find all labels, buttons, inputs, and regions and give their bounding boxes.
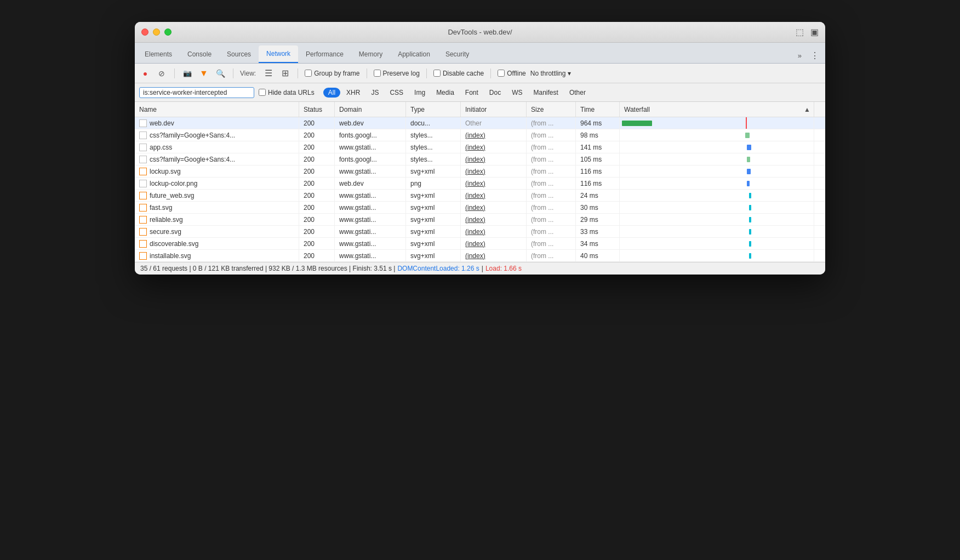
td-time: 40 ms (576, 250, 620, 261)
td-status: 200 (299, 178, 335, 189)
close-button[interactable] (141, 28, 148, 36)
td-initiator: (index) (461, 141, 527, 153)
td-size: (from ... (527, 202, 576, 213)
td-time: 105 ms (576, 153, 620, 165)
th-name[interactable]: Name (135, 102, 299, 117)
tab-memory[interactable]: Memory (351, 45, 390, 63)
type-ws[interactable]: WS (507, 88, 527, 98)
td-waterfall (620, 226, 814, 237)
th-status[interactable]: Status (299, 102, 335, 117)
td-time: 116 ms (576, 178, 620, 189)
td-domain: www.gstati... (335, 226, 406, 237)
td-initiator: (index) (461, 226, 527, 237)
separator-3 (298, 68, 298, 78)
table-row[interactable]: css?family=Google+Sans:4... 200 fonts.go… (135, 129, 825, 141)
filter-button[interactable]: ▼ (198, 67, 210, 79)
more-tabs-button[interactable]: » (795, 49, 805, 62)
table-row[interactable]: lockup.svg 200 www.gstati... svg+xml (in… (135, 165, 825, 178)
table-row[interactable]: css?family=Google+Sans:4... 200 fonts.go… (135, 153, 825, 165)
tab-application[interactable]: Application (390, 45, 438, 63)
td-size: (from ... (527, 117, 576, 129)
devtools-dock-icon[interactable]: ▣ (810, 27, 819, 37)
td-status: 200 (299, 226, 335, 237)
tab-performance[interactable]: Performance (298, 45, 351, 63)
file-icon (139, 240, 147, 248)
filter-input[interactable] (139, 87, 254, 98)
type-manifest[interactable]: Manifest (529, 88, 563, 98)
group-by-frame-checkbox[interactable] (305, 70, 312, 77)
devtools-inspect-icon[interactable]: ⬚ (796, 27, 804, 37)
table-row[interactable]: future_web.svg 200 www.gstati... svg+xml… (135, 190, 825, 202)
table-row[interactable]: fast.svg 200 www.gstati... svg+xml (inde… (135, 202, 825, 214)
disable-cache-checkbox[interactable] (433, 70, 441, 77)
preserve-log-group: Preserve log (374, 70, 420, 77)
td-waterfall (620, 190, 814, 201)
type-media[interactable]: Media (431, 88, 459, 98)
th-time[interactable]: Time (576, 102, 620, 117)
maximize-button[interactable] (164, 28, 172, 36)
td-name: future_web.svg (135, 190, 299, 201)
td-status: 200 (299, 141, 335, 153)
td-waterfall (620, 129, 814, 141)
tab-security[interactable]: Security (438, 45, 477, 63)
file-icon (139, 144, 147, 151)
th-type[interactable]: Type (406, 102, 461, 117)
tab-elements[interactable]: Elements (137, 45, 180, 63)
file-icon (139, 132, 147, 139)
td-domain: fonts.googl... (335, 129, 406, 141)
throttle-select[interactable]: No throttling ▾ (530, 70, 571, 77)
td-initiator: Other (461, 117, 527, 129)
record-button[interactable]: ● (139, 67, 151, 79)
view-label: View: (240, 70, 256, 77)
search-button[interactable]: 🔍 (214, 67, 226, 79)
table-row[interactable]: lockup-color.png 200 web.dev png (index)… (135, 178, 825, 190)
td-size: (from ... (527, 153, 576, 165)
status-separator: | (482, 265, 483, 272)
td-domain: www.gstati... (335, 238, 406, 249)
table-row[interactable]: web.dev 200 web.dev docu... Other (from … (135, 117, 825, 129)
type-css[interactable]: CSS (385, 88, 408, 98)
td-waterfall (620, 250, 814, 261)
tab-network[interactable]: Network (259, 45, 298, 63)
toolbar-row-1: ● ⊘ 📷 ▼ 🔍 View: ☰ ⊞ Group by frame Prese… (135, 64, 825, 83)
tab-console[interactable]: Console (180, 45, 219, 63)
th-domain[interactable]: Domain (335, 102, 406, 117)
th-size[interactable]: Size (527, 102, 576, 117)
hide-data-urls-checkbox[interactable] (259, 89, 266, 96)
file-icon (139, 119, 147, 127)
type-xhr[interactable]: XHR (341, 88, 365, 98)
table-row[interactable]: discoverable.svg 200 www.gstati... svg+x… (135, 238, 825, 250)
type-all[interactable]: All (323, 88, 340, 98)
table-row[interactable]: reliable.svg 200 www.gstati... svg+xml (… (135, 214, 825, 226)
preserve-log-label: Preserve log (383, 70, 420, 77)
table-row[interactable]: installable.svg 200 www.gstati... svg+xm… (135, 250, 825, 262)
td-size: (from ... (527, 238, 576, 249)
window-controls (141, 28, 172, 36)
type-js[interactable]: JS (366, 88, 384, 98)
offline-checkbox[interactable] (498, 70, 505, 77)
menu-button[interactable]: ⋮ (807, 48, 823, 63)
file-icon (139, 156, 147, 163)
td-initiator: (index) (461, 153, 527, 165)
th-waterfall[interactable]: Waterfall ▲ (620, 102, 814, 117)
td-name: discoverable.svg (135, 238, 299, 249)
table-row[interactable]: secure.svg 200 www.gstati... svg+xml (in… (135, 226, 825, 238)
list-view-button[interactable]: ☰ (262, 67, 275, 79)
separator-2 (233, 68, 233, 78)
stop-button[interactable]: ⊘ (156, 67, 168, 79)
grid-view-button[interactable]: ⊞ (279, 67, 291, 79)
td-size: (from ... (527, 129, 576, 141)
th-initiator[interactable]: Initiator (461, 102, 527, 117)
type-other[interactable]: Other (564, 88, 591, 98)
table-row[interactable]: app.css 200 www.gstati... styles... (ind… (135, 141, 825, 153)
td-domain: web.dev (335, 178, 406, 189)
tab-sources[interactable]: Sources (219, 45, 259, 63)
status-bar: 35 / 61 requests | 0 B / 121 KB transfer… (135, 262, 825, 275)
type-doc[interactable]: Doc (484, 88, 506, 98)
preserve-log-checkbox[interactable] (374, 70, 381, 77)
minimize-button[interactable] (153, 28, 160, 36)
type-img[interactable]: Img (409, 88, 430, 98)
camera-button[interactable]: 📷 (181, 67, 193, 79)
type-font[interactable]: Font (460, 88, 483, 98)
td-waterfall (620, 202, 814, 213)
